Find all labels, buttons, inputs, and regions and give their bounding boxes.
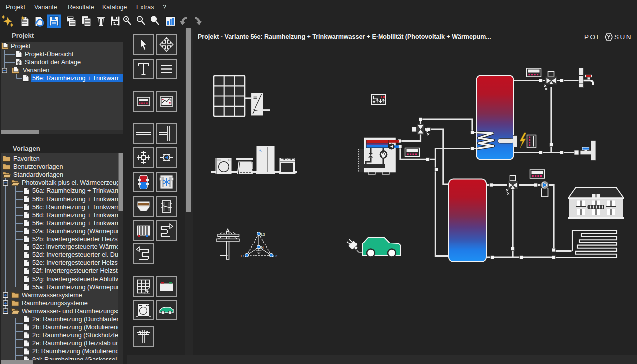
svg-text:56e: Raumheizung + Trinkwarmwa: 56e: Raumheizung + Trinkwarmwass xyxy=(32,220,123,227)
svg-text:2c: Raumheizung (Stückholzfeue: 2c: Raumheizung (Stückholzfeueru xyxy=(32,332,123,339)
svg-text:Warmwasser- und Raumheizungssy: Warmwasser- und Raumheizungssy xyxy=(22,308,123,315)
svg-text:L3: L3 xyxy=(261,233,265,236)
svg-text:52c: Invertergesteuerte Wärmep: 52c: Invertergesteuerte Wärmepum xyxy=(32,243,123,250)
svg-text:56a: Raumheizung + Trinkwarmwa: 56a: Raumheizung + Trinkwarmwass xyxy=(32,187,123,194)
svg-text:Photovoltaik plus el. Wärmeerz: Photovoltaik plus el. Wärmeerzeuger xyxy=(22,179,123,186)
svg-text:Projekt: Projekt xyxy=(11,43,31,50)
svg-text:N: N xyxy=(261,246,264,249)
svg-text:Standardvorlagen: Standardvorlagen xyxy=(13,171,63,178)
svg-text:52b: Invertergesteuerter Heizs: 52b: Invertergesteuerter Heizstab ( xyxy=(32,236,123,243)
svg-text:2b: Raumheizung (Modulierender: 2b: Raumheizung (Modulierender G xyxy=(32,324,123,331)
svg-text:52f: Invertergesteuerter Heizs: 52f: Invertergesteuerter Heizstab m xyxy=(32,267,123,274)
svg-text:52g: Invertergesteuerte Abluft: 52g: Invertergesteuerte Abluftwärm xyxy=(32,276,123,283)
svg-text:L2: L2 xyxy=(273,254,277,258)
svg-text:L1: L1 xyxy=(241,254,245,258)
svg-text:52d: Invertergesteuerter el. D: 52d: Invertergesteuerter el. Durchla xyxy=(32,251,123,258)
svg-text:56b: Raumheizung + Trinkwarmwa: 56b: Raumheizung + Trinkwarmwass xyxy=(32,196,123,203)
svg-text:2e: Raumheizung (Heizstab und: 2e: Raumheizung (Heizstab und Sol xyxy=(32,340,123,347)
svg-text:56c: Raumheizung + Trinkwarmwa: 56c: Raumheizung + Trinkwarmwass xyxy=(32,204,123,211)
svg-text:56e: Raumheizung + Trinkwarr: 56e: Raumheizung + Trinkwarr xyxy=(32,75,119,82)
svg-text:Varianten: Varianten xyxy=(23,67,49,74)
svg-text:52e: Invertergesteuerter Heizs: 52e: Invertergesteuerter Heizstab ( xyxy=(32,259,123,266)
svg-text:52a: Raumheizung (Wärmepumpe m: 52a: Raumheizung (Wärmepumpe m xyxy=(32,228,123,235)
svg-text:2a: Raumheizung (Durchlauferhi: 2a: Raumheizung (Durchlauferhitze xyxy=(32,316,123,323)
svg-text:2f: Raumheizung (Modulierender: 2f: Raumheizung (Modulierender G xyxy=(32,348,123,355)
svg-text:Warmwassersysteme: Warmwassersysteme xyxy=(22,292,82,299)
svg-text:55a: Raumheizung (Wärmepumpe m: 55a: Raumheizung (Wärmepumpe m xyxy=(32,284,123,291)
svg-text:Favoriten: Favoriten xyxy=(13,155,40,162)
svg-text:Raumheizungssysteme: Raumheizungssysteme xyxy=(22,300,88,307)
svg-text:Standort der Anlage: Standort der Anlage xyxy=(25,59,81,66)
svg-text:Benutzervorlagen: Benutzervorlagen xyxy=(13,163,63,170)
svg-text:56d: Raumheizung + Trinkwarmwa: 56d: Raumheizung + Trinkwarmwass xyxy=(32,212,123,219)
svg-text:Projekt-Übersicht: Projekt-Übersicht xyxy=(25,51,74,58)
